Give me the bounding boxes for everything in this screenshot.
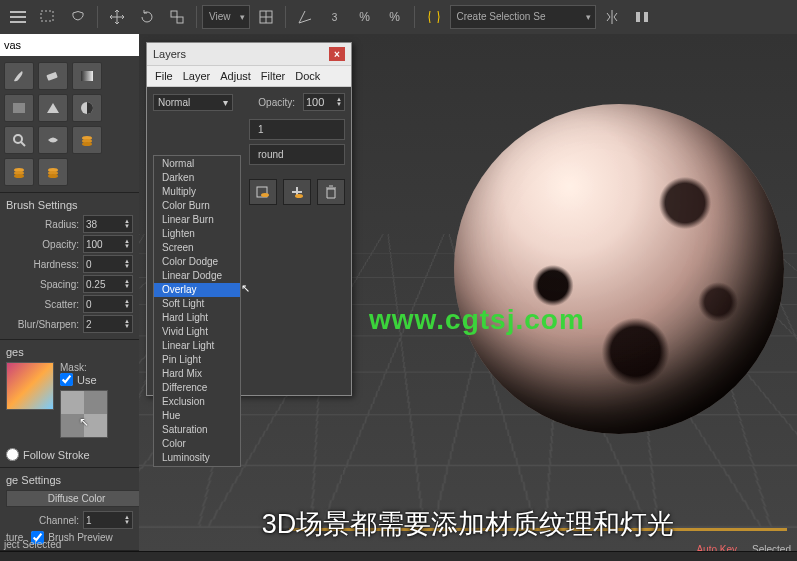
use-mask-checkbox[interactable]: Use — [60, 373, 97, 386]
follow-stroke-checkbox[interactable]: Follow Stroke — [6, 448, 90, 461]
snap-toggle-icon[interactable] — [252, 3, 280, 31]
smudge-tool-icon[interactable] — [38, 126, 68, 154]
gradient-tool-icon[interactable] — [72, 62, 102, 90]
add-layer-button[interactable] — [283, 179, 311, 205]
mask-thumbnail[interactable]: ↖ — [60, 390, 108, 438]
blend-option-screen[interactable]: Screen — [154, 241, 240, 255]
cursor-icon: ↖ — [241, 282, 250, 294]
search-input[interactable] — [0, 34, 139, 56]
brush-settings-section: Brush Settings Radius:38▲▼ Opacity:100▲▼… — [0, 193, 139, 340]
zoom-tool-icon[interactable] — [4, 126, 34, 154]
menu-dock[interactable]: Dock — [295, 70, 320, 82]
images-section: ges Mask: Use ↖ Follow Stroke — [0, 340, 139, 468]
blur-spinner[interactable]: 2▲▼ — [83, 315, 133, 333]
blend-option-luminosity[interactable]: Luminosity — [154, 451, 240, 465]
layer-stack-a-icon[interactable] — [72, 126, 102, 154]
blend-option-linear-burn[interactable]: Linear Burn — [154, 213, 240, 227]
menu-filter[interactable]: Filter — [261, 70, 285, 82]
svg-point-12 — [14, 135, 22, 143]
layers-panel-title: Layers — [153, 48, 186, 60]
image-thumbnail[interactable] — [6, 362, 54, 410]
triangle-tool-icon[interactable] — [38, 94, 68, 122]
view-dropdown[interactable]: View — [202, 5, 250, 29]
blend-option-multiply[interactable]: Multiply — [154, 185, 240, 199]
new-layer-button[interactable] — [249, 179, 277, 205]
timeline-track[interactable] — [289, 522, 787, 538]
svg-point-24 — [261, 193, 269, 197]
scale-icon[interactable] — [163, 3, 191, 31]
blend-option-vivid-light[interactable]: Vivid Light — [154, 325, 240, 339]
channel-spinner[interactable]: 1▲▼ — [83, 511, 133, 529]
percent-icon[interactable]: % — [351, 3, 379, 31]
blend-option-normal[interactable]: Normal — [154, 157, 240, 171]
layer-item-1[interactable]: 1 — [249, 119, 345, 140]
blend-option-difference[interactable]: Difference — [154, 381, 240, 395]
diffuse-color-button[interactable]: Diffuse Color — [6, 490, 147, 507]
mirror-icon[interactable] — [598, 3, 626, 31]
mask-label: Mask: — [60, 362, 133, 373]
blend-mode-list: NormalDarkenMultiplyColor BurnLinear Bur… — [153, 155, 241, 467]
contrast-tool-icon[interactable] — [72, 94, 102, 122]
blend-option-lighten[interactable]: Lighten — [154, 227, 240, 241]
blend-option-color-dodge[interactable]: Color Dodge — [154, 255, 240, 269]
layer-item-bg[interactable]: round — [249, 144, 345, 165]
select-rect-icon[interactable] — [34, 3, 62, 31]
spacing-spinner[interactable]: 0.25▲▼ — [83, 275, 133, 293]
bottom-strip — [0, 551, 797, 561]
blend-option-linear-light[interactable]: Linear Light — [154, 339, 240, 353]
bracket-icon[interactable] — [420, 3, 448, 31]
menu-file[interactable]: File — [155, 70, 173, 82]
status-selected: ject Selected — [4, 539, 61, 550]
images-title: ges — [6, 346, 133, 358]
layer-stack-b-icon[interactable] — [4, 158, 34, 186]
blend-option-saturation[interactable]: Saturation — [154, 423, 240, 437]
blend-option-overlay[interactable]: Overlay↖ — [154, 283, 240, 297]
menu-adjust[interactable]: Adjust — [220, 70, 251, 82]
snap-3-icon[interactable]: 3 — [321, 3, 349, 31]
blend-option-darken[interactable]: Darken — [154, 171, 240, 185]
blend-option-pin-light[interactable]: Pin Light — [154, 353, 240, 367]
svg-line-13 — [21, 142, 25, 146]
layer-opacity-spinner[interactable]: 100▲▼ — [303, 93, 345, 111]
layer-opacity-label: Opacity: — [258, 97, 295, 108]
svg-rect-9 — [81, 71, 93, 81]
radius-label: Radius: — [6, 219, 83, 230]
blend-option-exclusion[interactable]: Exclusion — [154, 395, 240, 409]
scatter-label: Scatter: — [6, 299, 83, 310]
blend-option-soft-light[interactable]: Soft Light — [154, 297, 240, 311]
align-icon[interactable] — [628, 3, 656, 31]
blend-option-color-burn[interactable]: Color Burn — [154, 199, 240, 213]
delete-layer-button[interactable] — [317, 179, 345, 205]
move-icon[interactable] — [103, 3, 131, 31]
blend-mode-dropdown[interactable]: Normal▾ — [153, 94, 233, 111]
scatter-spinner[interactable]: 0▲▼ — [83, 295, 133, 313]
close-icon[interactable]: × — [329, 47, 345, 61]
svg-rect-10 — [13, 103, 25, 113]
brush-tool-icon[interactable] — [4, 62, 34, 90]
menu-icon[interactable] — [4, 3, 32, 31]
blur-label: Blur/Sharpen: — [6, 319, 83, 330]
noise-tool-icon[interactable] — [4, 94, 34, 122]
blend-option-hard-mix[interactable]: Hard Mix — [154, 367, 240, 381]
svg-rect-0 — [41, 11, 53, 21]
main-toolbar: View 3 % % Create Selection Se — [0, 0, 797, 35]
blend-option-linear-dodge[interactable]: Linear Dodge — [154, 269, 240, 283]
select-lasso-icon[interactable] — [64, 3, 92, 31]
opacity-spinner[interactable]: 100▲▼ — [83, 235, 133, 253]
eraser-tool-icon[interactable] — [38, 62, 68, 90]
blend-option-hue[interactable]: Hue — [154, 409, 240, 423]
rotate-icon[interactable] — [133, 3, 161, 31]
hardness-spinner[interactable]: 0▲▼ — [83, 255, 133, 273]
menu-layer[interactable]: Layer — [183, 70, 211, 82]
svg-point-22 — [48, 174, 58, 178]
sphere-object[interactable] — [454, 104, 784, 434]
blend-option-hard-light[interactable]: Hard Light — [154, 311, 240, 325]
tool-grid — [0, 56, 139, 193]
svg-rect-2 — [177, 17, 183, 23]
blend-option-color[interactable]: Color — [154, 437, 240, 451]
axis-icon[interactable] — [291, 3, 319, 31]
layer-stack-c-icon[interactable] — [38, 158, 68, 186]
radius-spinner[interactable]: 38▲▼ — [83, 215, 133, 233]
selection-set-dropdown[interactable]: Create Selection Se — [450, 5, 596, 29]
percent-2-icon[interactable]: % — [381, 3, 409, 31]
